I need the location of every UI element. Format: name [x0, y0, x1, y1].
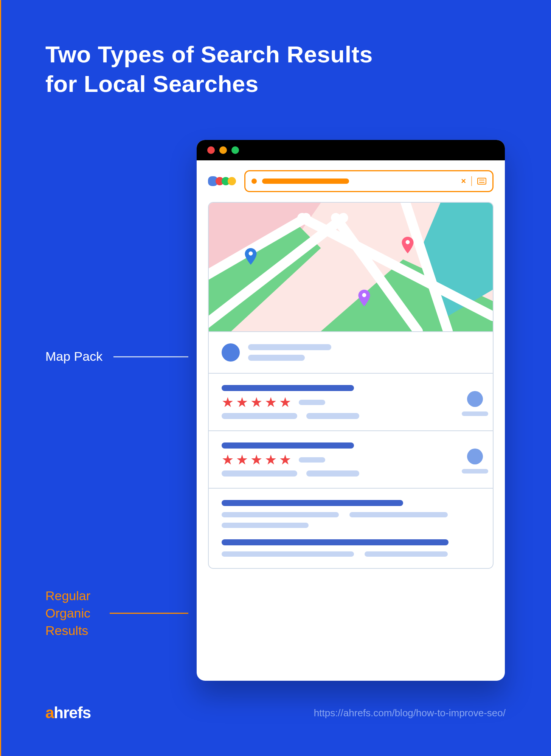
- callout-organic: Regular Organic Results: [45, 587, 90, 640]
- star-icon: ★: [250, 396, 262, 409]
- star-icon: ★: [265, 453, 277, 467]
- placeholder-line: [222, 413, 297, 419]
- map-pin-icon: [358, 290, 370, 306]
- callout-map-pack: Map Pack: [45, 348, 102, 365]
- clear-search-icon[interactable]: ×: [461, 176, 466, 186]
- placeholder-line: [306, 470, 359, 477]
- organic-title-bar[interactable]: [222, 500, 403, 506]
- svg-point-5: [249, 251, 253, 256]
- bracket-organic: [0, 339, 8, 445]
- star-icon: ★: [279, 453, 291, 467]
- leader-map-pack: [113, 356, 188, 357]
- map-pack-result[interactable]: ★ ★ ★ ★ ★: [209, 430, 493, 488]
- map-pack-result[interactable]: ★ ★ ★ ★ ★: [209, 373, 493, 430]
- rating-count-placeholder: [299, 400, 325, 405]
- callout-map-pack-text: Map Pack: [45, 349, 102, 363]
- leader-organic: [110, 613, 188, 614]
- star-icon: ★: [222, 453, 234, 467]
- rating-stars: ★ ★ ★ ★ ★: [222, 396, 480, 409]
- svg-point-7: [362, 293, 366, 297]
- serp-container: ★ ★ ★ ★ ★ ★ ★ ★ ★ ★: [208, 202, 494, 569]
- title-line-1: Two Types of Search Results: [45, 41, 373, 67]
- placeholder-line: [222, 523, 309, 528]
- callout-organic-l1: Regular: [45, 588, 90, 603]
- window-titlebar: [197, 140, 505, 160]
- result-title-bar: [222, 385, 354, 391]
- star-icon: ★: [236, 453, 248, 467]
- placeholder-line: [365, 551, 448, 557]
- browser-window: ×: [197, 140, 505, 681]
- placeholder-line: [349, 512, 448, 517]
- brand-logo: ahrefs: [45, 704, 91, 722]
- result-thumbnail-icon: [467, 391, 483, 407]
- search-engine-logo: [208, 176, 236, 186]
- result-thumbnail-caption: [462, 411, 488, 416]
- map-preview[interactable]: [209, 203, 493, 331]
- result-thumbnail-caption: [462, 469, 488, 473]
- svg-point-6: [406, 240, 410, 244]
- star-icon: ★: [265, 396, 277, 409]
- window-close-dot[interactable]: [207, 146, 215, 154]
- placeholder-line: [222, 551, 354, 557]
- organic-title-bar[interactable]: [222, 539, 449, 545]
- star-icon: ★: [279, 396, 291, 409]
- star-icon: ★: [236, 396, 248, 409]
- placeholder-line: [222, 470, 297, 477]
- brand-a: a: [45, 704, 54, 722]
- placeholder-line: [248, 355, 305, 361]
- search-query-placeholder: [262, 179, 349, 184]
- placeholder-line: [306, 413, 359, 419]
- map-svg: [209, 203, 493, 331]
- brand-rest: hrefs: [54, 704, 91, 722]
- source-url: https://ahrefs.com/blog/how-to-improve-s…: [314, 707, 506, 719]
- map-pin-icon: [245, 248, 257, 265]
- map-pin-icon: [402, 237, 414, 253]
- result-title-bar: [222, 442, 354, 449]
- search-query-dot-icon: [251, 179, 257, 184]
- browser-chrome: ×: [197, 160, 505, 199]
- bracket-map-pack: [0, 0, 8, 339]
- callout-organic-l3: Results: [45, 623, 88, 638]
- star-icon: ★: [222, 396, 234, 409]
- keyboard-icon[interactable]: [477, 178, 486, 185]
- placeholder-line: [222, 512, 339, 517]
- placeholder-line: [248, 344, 331, 350]
- callout-organic-l2: Organic: [45, 606, 90, 620]
- window-minimize-dot[interactable]: [219, 146, 227, 154]
- map-pack-header: [209, 331, 493, 373]
- organic-results: [209, 488, 493, 568]
- search-divider: [471, 176, 472, 186]
- title-line-2: for Local Searches: [45, 71, 259, 97]
- page-title: Two Types of Search Results for Local Se…: [45, 40, 373, 98]
- rating-count-placeholder: [299, 457, 325, 463]
- search-input[interactable]: ×: [244, 170, 494, 192]
- window-maximize-dot[interactable]: [231, 146, 239, 154]
- footer: ahrefs https://ahrefs.com/blog/how-to-im…: [45, 704, 506, 722]
- star-icon: ★: [250, 453, 262, 467]
- result-thumbnail-icon: [467, 449, 483, 464]
- rating-stars: ★ ★ ★ ★ ★: [222, 453, 480, 467]
- business-avatar-icon: [222, 343, 240, 362]
